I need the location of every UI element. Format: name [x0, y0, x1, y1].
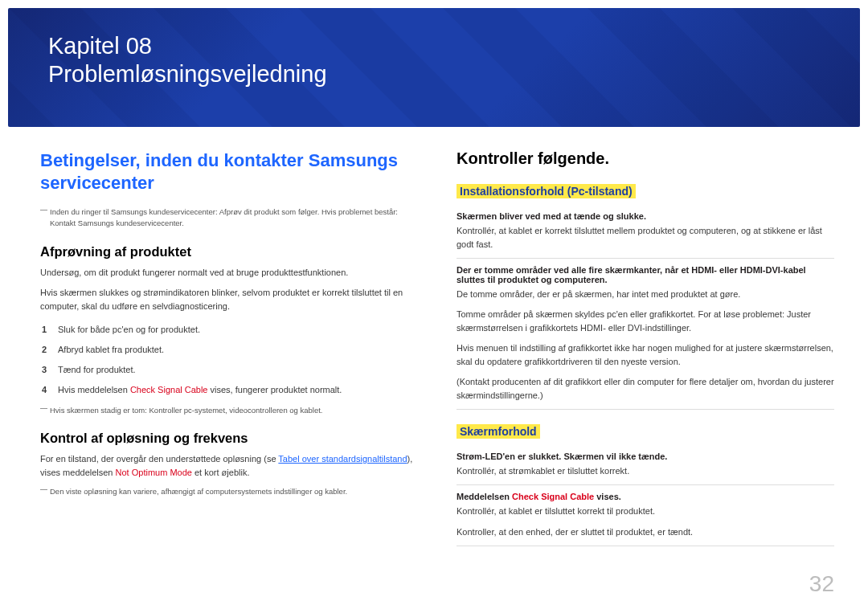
resolution-device-on: Kontroller, at den enhed, der er sluttet…	[457, 525, 834, 539]
subheading-product-test: Afprøvning af produktet	[40, 244, 418, 260]
msg-prefix: Meddelelsen	[457, 492, 512, 501]
footnote-blank-screen: Hvis skærmen stadig er tom: Kontroller p…	[40, 405, 418, 416]
right-column: Kontroller følgende. Installationsforhol…	[457, 149, 834, 553]
body-test-2: Hvis skærmen slukkes og strømindikatoren…	[40, 286, 418, 313]
issue-blank-corners: Der er tomme områder ved alle fire skærm…	[457, 265, 834, 284]
not-optimum-mode-text: Not Optimum Mode	[116, 468, 192, 477]
step-4: Hvis meddelelsen Check Signal Cable vise…	[40, 380, 418, 400]
issue-screen-cycling: Skærmen bliver ved med at tænde og slukk…	[457, 211, 834, 221]
footnote-contact: Inden du ringer til Samsungs kundeservic…	[40, 206, 418, 230]
resolution-cable-product: Kontrollér, at kablet er tilsluttet korr…	[457, 505, 834, 518]
check-signal-cable-text: Check Signal Cable	[130, 385, 208, 394]
body-resolution: For en tilstand, der overgår den underst…	[40, 452, 418, 480]
manual-page: Kapitel 08 Problemløsningsvejledning Bet…	[0, 0, 868, 613]
resolution-power-cable: Kontrollér, at strømkablet er tilsluttet…	[457, 464, 834, 478]
signal-table-link[interactable]: Tabel over standardsignaltilstand	[278, 454, 407, 464]
resolution-blank-2: Tomme områder på skærmen skyldes pc'en e…	[457, 308, 834, 335]
step-4-suffix: vises, fungerer produktet normalt.	[208, 385, 342, 394]
issue-power-led-off: Strøm-LED'en er slukket. Skærmen vil ikk…	[457, 452, 834, 461]
section-heading-contact: Betingelser, inden du kontakter Samsungs…	[40, 149, 418, 194]
subheading-installation: Installationsforhold (Pc-tilstand)	[457, 184, 636, 198]
step-3: Tænd for produktet.	[40, 360, 418, 380]
section-heading-check: Kontroller følgende.	[457, 149, 834, 168]
separator	[457, 258, 834, 259]
separator	[457, 409, 834, 410]
separator	[457, 546, 834, 546]
content-columns: Betingelser, inden du kontakter Samsungs…	[0, 127, 868, 553]
subheading-resolution: Kontrol af opløsning og frekvens	[40, 431, 418, 446]
resolution-cable-check: Kontrollér, at kablet er korrekt tilslut…	[457, 224, 834, 251]
chapter-number: Kapitel 08	[48, 32, 820, 60]
step-4-prefix: Hvis meddelelsen	[58, 385, 130, 394]
body-test-1: Undersøg, om dit produkt fungerer normal…	[40, 266, 418, 280]
page-number: 32	[809, 571, 834, 597]
res-text-a: For en tilstand, der overgår den underst…	[40, 454, 278, 464]
footnote-resolution: Den viste opløsning kan variere, afhængi…	[40, 486, 418, 497]
resolution-blank-3: Hvis menuen til indstilling af grafikkor…	[457, 341, 834, 369]
steps-list: Sluk for både pc'en og for produktet. Af…	[40, 320, 418, 400]
separator	[457, 484, 834, 485]
check-signal-cable-text-2: Check Signal Cable	[512, 492, 594, 501]
resolution-blank-4: (Kontakt producenten af dit grafikkort e…	[457, 375, 834, 403]
step-2: Afbryd kablet fra produktet.	[40, 340, 418, 360]
resolution-blank-1: De tomme områder, der er på skærmen, har…	[457, 288, 834, 301]
subheading-screen: Skærmforhold	[457, 424, 540, 439]
msg-suffix: vises.	[594, 492, 621, 501]
left-column: Betingelser, inden du kontakter Samsungs…	[40, 149, 418, 553]
issue-check-signal-cable: Meddelelsen Check Signal Cable vises.	[457, 492, 834, 501]
step-1: Sluk for både pc'en og for produktet.	[40, 320, 418, 340]
chapter-title: Problemløsningsvejledning	[48, 60, 820, 88]
chapter-banner: Kapitel 08 Problemløsningsvejledning	[8, 8, 860, 127]
res-text-c: et kort øjeblik.	[192, 468, 250, 477]
